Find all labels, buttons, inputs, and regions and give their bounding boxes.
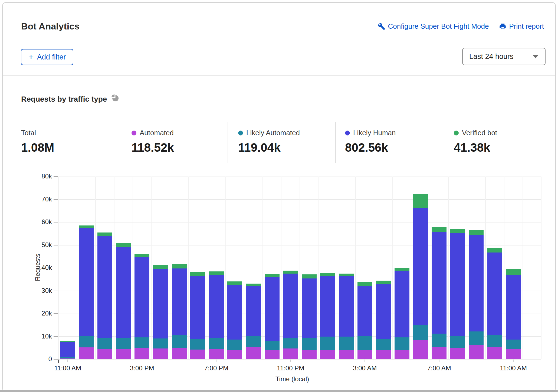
bar-segment-automated[interactable] xyxy=(172,348,187,359)
bar-segment-verified-bot[interactable] xyxy=(357,282,372,286)
bar-segment-automated[interactable] xyxy=(134,348,149,359)
configure-super-bot-fight-mode-link[interactable]: Configure Super Bot Fight Mode xyxy=(378,22,489,31)
bar-segment-automated[interactable] xyxy=(283,348,298,359)
bar-segment-automated[interactable] xyxy=(432,347,447,359)
bar-segment-likely-automated[interactable] xyxy=(339,337,354,350)
bar-segment-automated[interactable] xyxy=(60,358,75,359)
bar-segment-automated[interactable] xyxy=(395,350,409,359)
bar-segment-likely-human[interactable] xyxy=(227,285,242,340)
bar-segment-likely-automated[interactable] xyxy=(172,335,187,348)
add-filter-button[interactable]: + Add filter xyxy=(21,49,73,65)
bar-segment-verified-bot[interactable] xyxy=(432,227,447,232)
bar-segment-verified-bot[interactable] xyxy=(172,264,187,268)
bar-segment-likely-automated[interactable] xyxy=(320,337,335,350)
bar-segment-automated[interactable] xyxy=(265,350,280,359)
bar-segment-automated[interactable] xyxy=(227,350,242,359)
bar-segment-verified-bot[interactable] xyxy=(487,248,502,253)
bar-segment-verified-bot[interactable] xyxy=(413,194,428,208)
bar-segment-automated[interactable] xyxy=(190,350,205,359)
bar-segment-likely-automated[interactable] xyxy=(283,338,298,348)
bar-segment-verified-bot[interactable] xyxy=(469,230,484,235)
bar-segment-verified-bot[interactable] xyxy=(339,274,354,276)
bar-segment-automated[interactable] xyxy=(153,348,168,359)
bar-segment-automated[interactable] xyxy=(339,350,354,359)
bar-segment-likely-human[interactable] xyxy=(79,228,94,336)
bar-segment-likely-human[interactable] xyxy=(97,236,112,338)
bar-segment-likely-human[interactable] xyxy=(172,268,187,335)
bar-segment-verified-bot[interactable] xyxy=(97,232,112,236)
bar-segment-likely-automated[interactable] xyxy=(302,338,317,350)
bar-segment-likely-human[interactable] xyxy=(265,277,280,341)
bar-segment-likely-human[interactable] xyxy=(209,275,224,338)
bar-segment-likely-human[interactable] xyxy=(432,232,447,334)
bar-segment-automated[interactable] xyxy=(79,347,94,359)
bar-segment-likely-human[interactable] xyxy=(190,276,205,339)
bar-segment-verified-bot[interactable] xyxy=(209,271,224,275)
bar-segment-verified-bot[interactable] xyxy=(376,281,391,284)
bar-segment-likely-automated[interactable] xyxy=(487,335,502,347)
bar-segment-likely-human[interactable] xyxy=(246,286,261,336)
bar-segment-verified-bot[interactable] xyxy=(153,265,168,269)
bar-segment-automated[interactable] xyxy=(320,350,335,359)
time-range-select[interactable]: Last 24 hours xyxy=(462,48,546,65)
bar-segment-likely-automated[interactable] xyxy=(469,331,484,345)
bar-segment-likely-human[interactable] xyxy=(487,253,502,335)
bar-segment-likely-human[interactable] xyxy=(506,275,521,339)
bar-segment-likely-automated[interactable] xyxy=(413,325,428,340)
bar-segment-automated[interactable] xyxy=(487,347,502,359)
bar-segment-automated[interactable] xyxy=(97,349,112,359)
bar-segment-automated[interactable] xyxy=(376,350,391,359)
bar-segment-verified-bot[interactable] xyxy=(395,268,409,271)
bar-segment-likely-automated[interactable] xyxy=(209,338,224,349)
bar-segment-likely-human[interactable] xyxy=(395,271,409,337)
bar-segment-likely-human[interactable] xyxy=(153,269,168,338)
bar-segment-automated[interactable] xyxy=(302,350,317,359)
bar-segment-likely-automated[interactable] xyxy=(116,338,131,349)
bar-segment-automated[interactable] xyxy=(506,349,521,359)
print-report-link[interactable]: Print report xyxy=(499,22,544,31)
bar-segment-likely-human[interactable] xyxy=(413,208,428,325)
bar-segment-likely-human[interactable] xyxy=(116,247,131,338)
bar-segment-automated[interactable] xyxy=(116,349,131,359)
bar-segment-automated[interactable] xyxy=(413,340,428,359)
bar-segment-likely-automated[interactable] xyxy=(395,337,409,350)
bar-segment-likely-automated[interactable] xyxy=(190,339,205,350)
bar-segment-likely-human[interactable] xyxy=(134,257,149,337)
bar-segment-verified-bot[interactable] xyxy=(506,269,521,275)
bar-segment-likely-human[interactable] xyxy=(450,233,465,336)
bar-segment-likely-human[interactable] xyxy=(357,286,372,336)
bar-segment-likely-automated[interactable] xyxy=(265,341,280,350)
bar-segment-verified-bot[interactable] xyxy=(227,281,242,285)
bar-segment-verified-bot[interactable] xyxy=(116,243,131,247)
bar-segment-verified-bot[interactable] xyxy=(190,272,205,276)
bar-segment-automated[interactable] xyxy=(450,348,465,359)
bar-segment-automated[interactable] xyxy=(209,349,224,359)
bar-segment-likely-automated[interactable] xyxy=(450,336,465,348)
bar-segment-likely-automated[interactable] xyxy=(227,340,242,350)
bar-segment-likely-automated[interactable] xyxy=(153,338,168,348)
bar-segment-verified-bot[interactable] xyxy=(320,273,335,276)
bar-segment-likely-human[interactable] xyxy=(302,278,317,338)
bar-segment-likely-automated[interactable] xyxy=(506,340,521,349)
bar-segment-likely-automated[interactable] xyxy=(376,339,391,350)
bar-segment-automated[interactable] xyxy=(246,347,261,359)
bar-segment-verified-bot[interactable] xyxy=(302,274,317,278)
bar-segment-verified-bot[interactable] xyxy=(283,271,298,274)
bar-segment-verified-bot[interactable] xyxy=(134,254,149,258)
bar-segment-likely-automated[interactable] xyxy=(357,336,372,350)
bar-segment-verified-bot[interactable] xyxy=(79,225,94,228)
bar-segment-automated[interactable] xyxy=(357,350,372,359)
bar-segment-likely-human[interactable] xyxy=(320,276,335,336)
bar-segment-likely-automated[interactable] xyxy=(432,334,447,347)
bar-segment-likely-automated[interactable] xyxy=(246,336,261,347)
bar-segment-likely-human[interactable] xyxy=(283,274,298,338)
bar-segment-likely-automated[interactable] xyxy=(97,338,112,349)
bar-segment-verified-bot[interactable] xyxy=(265,274,280,277)
bar-segment-likely-automated[interactable] xyxy=(79,336,94,347)
bar-segment-verified-bot[interactable] xyxy=(246,284,261,286)
bar-segment-automated[interactable] xyxy=(469,345,484,359)
bar-segment-likely-human[interactable] xyxy=(60,342,75,357)
bar-segment-likely-human[interactable] xyxy=(339,276,354,337)
bar-segment-likely-human[interactable] xyxy=(376,284,391,339)
bar-segment-likely-human[interactable] xyxy=(469,235,484,331)
